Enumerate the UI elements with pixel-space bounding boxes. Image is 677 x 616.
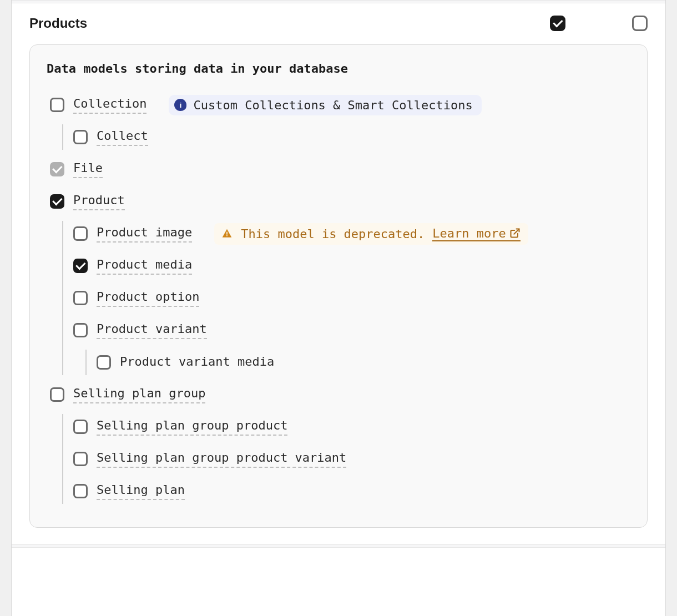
header-checkbox-secondary[interactable] bbox=[632, 16, 648, 31]
checkbox-product-media[interactable] bbox=[73, 259, 88, 273]
warning-badge-deprecated: This model is deprecated. Learn more bbox=[214, 223, 528, 245]
checkbox-product[interactable] bbox=[50, 194, 64, 209]
checkbox-selling-plan[interactable] bbox=[73, 484, 88, 498]
checkbox-product-variant[interactable] bbox=[73, 323, 88, 337]
checkbox-selling-plan-group-product[interactable] bbox=[73, 420, 88, 434]
tree-item-product-option: Product option bbox=[73, 285, 630, 311]
model-tree: Collection i Custom Collections & Smart … bbox=[47, 92, 630, 504]
svg-rect-0 bbox=[226, 232, 228, 235]
tree-item-file: File bbox=[50, 156, 630, 182]
label-product-image[interactable]: Product image bbox=[97, 225, 192, 243]
tree-item-selling-plan: Selling plan bbox=[73, 478, 630, 504]
tree-item-selling-plan-group-product: Selling plan group product bbox=[73, 414, 630, 440]
checkbox-file[interactable] bbox=[50, 162, 64, 176]
label-product[interactable]: Product bbox=[73, 193, 125, 210]
label-spg-product[interactable]: Selling plan group product bbox=[97, 418, 287, 436]
svg-rect-1 bbox=[226, 235, 228, 236]
label-file[interactable]: File bbox=[73, 160, 103, 178]
section-header: Products bbox=[12, 3, 665, 44]
checkbox-product-image[interactable] bbox=[73, 226, 88, 241]
learn-more-text: Learn more bbox=[432, 226, 506, 240]
tree-item-product-variant: Product variant bbox=[73, 317, 630, 343]
label-product-option[interactable]: Product option bbox=[97, 289, 199, 307]
checkbox-collection[interactable] bbox=[50, 98, 64, 112]
label-product-variant-media[interactable]: Product variant media bbox=[120, 354, 274, 371]
tree-item-selling-plan-group-product-variant: Selling plan group product variant bbox=[73, 446, 630, 472]
header-checkbox-group bbox=[550, 16, 648, 31]
checkbox-product-variant-media[interactable] bbox=[97, 355, 111, 370]
product-variant-children: Product variant media bbox=[85, 350, 630, 375]
bottom-separator bbox=[12, 544, 665, 548]
tree-item-collect: Collect bbox=[73, 124, 630, 150]
info-badge-collection: i Custom Collections & Smart Collections bbox=[169, 95, 481, 115]
tree-item-product-image: Product image This model is deprecated. … bbox=[73, 221, 630, 246]
label-selling-plan[interactable]: Selling plan bbox=[97, 482, 185, 500]
panel-heading: Data models storing data in your databas… bbox=[47, 62, 630, 75]
product-children: Product image This model is deprecated. … bbox=[62, 221, 630, 375]
checkbox-product-option[interactable] bbox=[73, 291, 88, 305]
section-container: Products Data models storing data in you… bbox=[11, 0, 666, 616]
label-product-variant[interactable]: Product variant bbox=[97, 321, 207, 339]
selling-plan-group-children: Selling plan group product Selling plan … bbox=[62, 414, 630, 504]
checkbox-spg-product-variant[interactable] bbox=[73, 452, 88, 466]
info-text: Custom Collections & Smart Collections bbox=[193, 98, 472, 112]
label-spg-product-variant[interactable]: Selling plan group product variant bbox=[97, 450, 346, 468]
tree-item-product-media: Product media bbox=[73, 253, 630, 279]
label-selling-plan-group[interactable]: Selling plan group bbox=[73, 386, 205, 403]
section-title: Products bbox=[29, 16, 550, 31]
tree-item-product: Product bbox=[50, 189, 630, 214]
collection-children: Collect bbox=[62, 124, 630, 150]
data-models-panel: Data models storing data in your databas… bbox=[29, 44, 648, 528]
label-collect[interactable]: Collect bbox=[97, 128, 148, 146]
warning-text: This model is deprecated. bbox=[241, 227, 425, 241]
tree-item-selling-plan-group: Selling plan group bbox=[50, 382, 630, 407]
tree-item-collection: Collection i Custom Collections & Smart … bbox=[50, 92, 630, 118]
label-collection[interactable]: Collection bbox=[73, 96, 146, 114]
info-icon: i bbox=[174, 99, 186, 111]
external-link-icon bbox=[509, 228, 521, 239]
checkbox-collect[interactable] bbox=[73, 130, 88, 144]
svg-line-2 bbox=[514, 229, 519, 234]
header-checkbox-primary[interactable] bbox=[550, 16, 565, 31]
tree-item-product-variant-media: Product variant media bbox=[97, 350, 630, 375]
learn-more-link[interactable]: Learn more bbox=[432, 226, 520, 241]
label-product-media[interactable]: Product media bbox=[97, 257, 192, 275]
checkbox-selling-plan-group[interactable] bbox=[50, 387, 64, 402]
warning-icon bbox=[221, 228, 233, 239]
